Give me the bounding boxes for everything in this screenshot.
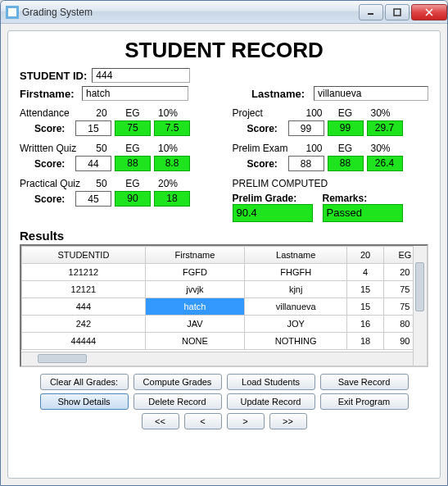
lastname-label: Lastname: [251,88,314,100]
score-input[interactable] [288,156,324,171]
eg-value: 75 [115,120,151,136]
table-cell[interactable]: villanueva [245,298,347,316]
eg-header: EG [329,143,362,154]
table-cell[interactable]: FGFD [145,264,244,281]
eg-header: EG [116,143,149,154]
table-cell[interactable]: NOTHING [245,333,347,350]
eg-value: 90 [115,191,151,207]
table-cell[interactable]: jvvjk [145,281,244,298]
table-header[interactable]: Lastname [245,247,347,264]
table-cell[interactable]: JAV [145,316,244,333]
score-input[interactable] [75,120,111,136]
table-cell[interactable]: JOY [245,316,347,333]
max-label: 50 [92,143,111,154]
exit-program-button[interactable]: Exit Program [320,393,409,410]
horizontal-scrollbar[interactable] [21,352,413,366]
close-button[interactable] [411,4,447,20]
table-row[interactable]: 121212FGFDFHGFH420 [22,264,427,281]
table-row[interactable]: 12121jvvjkkjnj1575 [22,281,427,298]
next-button[interactable]: > [227,413,265,429]
results-table-container: STUDENTIDFirstnameLastname20EG121212FGFD… [20,244,428,367]
lastname-input[interactable] [314,86,428,101]
table-cell[interactable]: 15 [347,298,384,316]
scorebox-left-2: Practical Quiz50EG20%Score:9018 [20,178,216,207]
nav-button-row: << < > >> [20,413,428,429]
app-window: Grading System STUDENT RECORD STUDENT ID… [0,0,448,486]
table-row[interactable]: 44444NONENOTHING1890 [22,333,427,350]
update-record-button[interactable]: Update Record [227,393,315,410]
table-header-row: STUDENTIDFirstnameLastname20EG [22,247,427,264]
minimize-button[interactable] [359,4,383,20]
table-cell[interactable]: 44444 [22,333,146,350]
table-cell[interactable]: 12121 [22,281,146,298]
firstname-label: Firstname: [20,88,82,100]
clear-all-grades-button[interactable]: Clear All Grades: [40,374,129,390]
maximize-button[interactable] [385,4,410,20]
compute-grades-button[interactable]: Compute Grades [133,374,222,390]
table-cell[interactable]: 242 [22,316,146,333]
table-cell[interactable]: hatch [145,298,244,316]
table-cell[interactable]: 444 [22,298,146,316]
prelim-grade-value: 90.4 [233,204,313,222]
vertical-scrollbar[interactable] [413,246,427,366]
results-table[interactable]: STUDENTIDFirstnameLastname20EG121212FGFD… [21,246,427,350]
table-header[interactable]: STUDENTID [22,247,146,264]
max-label: 20 [92,107,111,119]
table-cell[interactable]: kjnj [245,281,347,298]
category-label: Prelim Exam [233,143,300,154]
score-input[interactable] [75,156,111,171]
show-details-button[interactable]: Show Details [40,393,129,410]
firstname-input[interactable] [82,86,188,101]
button-row-1: Clear All Grades: Compute Grades Load St… [20,374,428,390]
table-cell[interactable]: 16 [347,316,384,333]
scorebox-right-1: Prelim Exam100EG30%Score:8826.4 [233,143,429,171]
max-label: 100 [305,143,324,154]
egw-value: 18 [154,191,190,207]
table-cell[interactable]: 4 [347,264,384,281]
category-label: Writtten Quiz [20,143,87,154]
right-column: Project100EG30%Score:9929.7Prelim Exam10… [233,107,429,222]
score-input[interactable] [288,120,324,136]
prev-button[interactable]: < [184,413,222,429]
left-column: Attendance20EG10%Score:757.5Writtten Qui… [20,107,216,222]
table-header[interactable]: 20 [347,247,384,264]
last-button[interactable]: >> [269,413,307,429]
delete-record-button[interactable]: Delete Record [133,393,222,410]
titlebar[interactable]: Grading System [1,1,447,24]
score-label: Score: [34,123,72,134]
table-header[interactable]: Firstname [145,247,244,264]
score-input[interactable] [75,191,111,207]
score-label: Score: [247,158,285,170]
eg-value: 88 [328,156,364,171]
eg-header: EG [116,107,149,119]
score-label: Score: [34,193,72,205]
category-label: Project [233,107,300,119]
table-row[interactable]: 242JAVJOY1680 [22,316,427,333]
pct-label: 20% [154,178,182,189]
scorebox-left-1: Writtten Quiz50EG10%Score:888.8 [20,143,216,171]
category-label: Practical Quiz [20,178,87,189]
score-label: Score: [247,123,285,134]
egw-value: 7.5 [154,120,190,136]
egw-value: 26.4 [367,156,403,171]
pct-label: 10% [154,107,182,119]
button-row-2: Show Details Delete Record Update Record… [20,393,428,410]
student-id-input[interactable] [92,68,190,83]
table-cell[interactable]: 15 [347,281,384,298]
save-record-button[interactable]: Save Record [320,374,409,390]
load-students-button[interactable]: Load Students [227,374,315,390]
table-cell[interactable]: 18 [347,333,384,350]
first-button[interactable]: << [142,413,179,429]
results-label: Results [20,229,428,243]
table-cell[interactable]: NONE [145,333,244,350]
content-panel: STUDENT RECORD STUDENT ID: Firstname: La… [7,30,441,479]
egw-value: 8.8 [154,156,190,171]
eg-value: 88 [115,156,151,171]
remarks-value: Passed [323,204,403,222]
prelim-title: PRELIM COMPUTED [233,178,429,189]
scorebox-left-0: Attendance20EG10%Score:757.5 [20,107,216,136]
table-cell[interactable]: 121212 [22,264,146,281]
table-row[interactable]: 444hatchvillanueva1575 [22,298,427,316]
score-label: Score: [34,158,72,170]
table-cell[interactable]: FHGFH [245,264,347,281]
